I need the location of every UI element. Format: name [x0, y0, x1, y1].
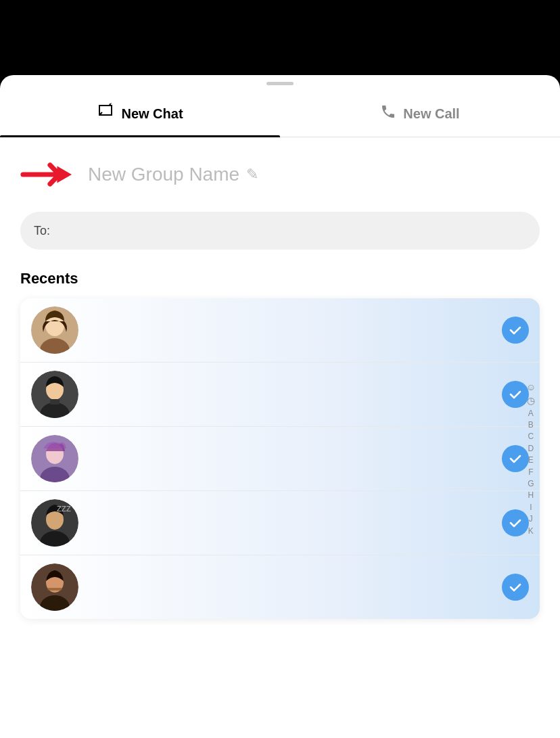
alpha-c[interactable]: C: [528, 432, 534, 441]
bottom-sheet: New Chat New Call New Group Name ✎: [0, 75, 560, 738]
pencil-icon: ✎: [246, 166, 258, 183]
tab-new-chat[interactable]: New Chat: [0, 91, 280, 137]
emoji-icon[interactable]: ☺: [526, 382, 536, 393]
recents-heading: Recents: [20, 270, 540, 287]
contacts-list: zzz: [20, 298, 540, 619]
alpha-j[interactable]: J: [529, 514, 533, 524]
main-content: New Group Name ✎ To: Recents: [0, 137, 560, 738]
alpha-d[interactable]: D: [528, 444, 534, 453]
checkmark-circle: [502, 381, 529, 408]
arrow-icon: [20, 158, 74, 191]
group-name-placeholder: New Group Name: [88, 164, 239, 185]
alpha-k[interactable]: K: [528, 526, 534, 536]
clock-icon[interactable]: ◷: [527, 395, 535, 407]
contact-item[interactable]: [20, 298, 540, 363]
avatar: [31, 563, 78, 611]
avatar: [31, 435, 78, 482]
checkmark-circle: [502, 445, 529, 472]
alpha-g[interactable]: G: [528, 479, 534, 488]
group-name-display[interactable]: New Group Name ✎: [88, 164, 258, 185]
alpha-h[interactable]: H: [528, 490, 534, 500]
tab-new-call-label: New Call: [403, 106, 459, 122]
group-name-row: New Group Name ✎: [20, 158, 540, 191]
tab-bar: New Chat New Call: [0, 91, 560, 137]
avatar: [31, 371, 78, 418]
alpha-e[interactable]: E: [528, 455, 534, 465]
alpha-f[interactable]: F: [528, 467, 533, 477]
contact-item[interactable]: [20, 555, 540, 619]
checkmark-circle: [502, 574, 529, 601]
alpha-i[interactable]: I: [530, 503, 532, 512]
to-label: To:: [34, 224, 50, 238]
contact-item[interactable]: [20, 363, 540, 427]
checkmark-circle: [502, 509, 529, 536]
phone-icon: [380, 103, 396, 124]
contacts-area: zzz: [20, 298, 540, 619]
to-field[interactable]: To:: [20, 212, 540, 250]
drag-handle[interactable]: [266, 82, 294, 85]
contact-item[interactable]: [20, 427, 540, 491]
checkmark-circle: [502, 317, 529, 344]
avatar: [31, 306, 78, 354]
svg-text:zzz: zzz: [57, 503, 71, 513]
alphabet-index: ☺ ◷ A B C D E F G H I J K: [526, 382, 536, 536]
chat-icon: [97, 103, 114, 124]
tab-new-chat-label: New Chat: [121, 106, 183, 122]
contact-item[interactable]: zzz: [20, 491, 540, 555]
alpha-b[interactable]: B: [528, 420, 534, 430]
svg-rect-7: [50, 399, 60, 405]
svg-rect-18: [47, 588, 62, 591]
alpha-a[interactable]: A: [528, 409, 534, 418]
avatar: zzz: [31, 499, 78, 547]
svg-marker-0: [57, 166, 72, 183]
tab-new-call[interactable]: New Call: [280, 91, 560, 137]
